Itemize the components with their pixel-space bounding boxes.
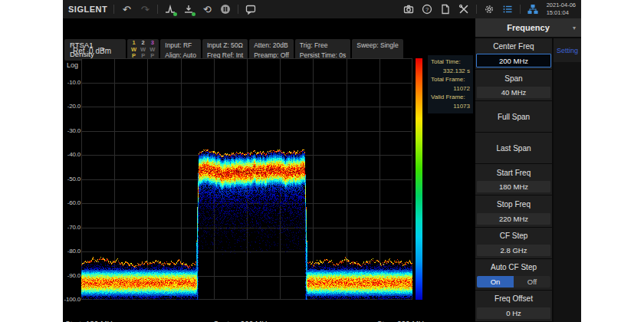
help-icon[interactable]: ? bbox=[421, 3, 433, 15]
auto-tune-icon[interactable] bbox=[164, 3, 176, 15]
separator bbox=[520, 5, 521, 14]
menu-item-value[interactable]: 40 MHz bbox=[477, 87, 550, 98]
message-icon[interactable] bbox=[245, 3, 257, 15]
toggle-on[interactable]: On bbox=[477, 276, 514, 288]
menu-item-span[interactable]: Span40 MHz bbox=[475, 70, 552, 100]
separator bbox=[238, 5, 238, 14]
menu-item-label: CF Step bbox=[475, 228, 552, 245]
info-row: Total Frame:11072 bbox=[431, 75, 470, 93]
menu-item-value[interactable]: 220 MHz bbox=[477, 213, 550, 225]
redo-icon[interactable]: ↷ bbox=[139, 3, 151, 15]
info-label: Total Time: bbox=[431, 58, 470, 67]
menu-item-label: Stop Freq bbox=[475, 196, 552, 212]
density-colorbar bbox=[416, 58, 422, 300]
camera-icon[interactable] bbox=[402, 3, 415, 15]
toolbar-left-icons: ↶↷⟲ bbox=[120, 3, 257, 15]
frequency-menu-panel: Frequency ▾ Center Freq200 MHzSpan40 MHz… bbox=[475, 18, 581, 322]
menu-item-label: Full Span bbox=[475, 101, 552, 132]
info-value: 11072 bbox=[431, 84, 470, 94]
settings-line: Atten: 20dB bbox=[254, 41, 289, 51]
ref-level-label: Ref 0 dBm bbox=[73, 47, 111, 55]
info-row: Total Time:332.132 s bbox=[431, 58, 470, 75]
brand-logo: SIGLENT bbox=[68, 5, 107, 14]
menu-item-auto-cf-step[interactable]: Auto CF StepOnOff bbox=[475, 259, 552, 290]
menu-item-label: Auto CF Step bbox=[475, 259, 552, 276]
time-label: 15:01:04 bbox=[547, 9, 576, 17]
menu-item-cf-step[interactable]: CF Step2.8 GHz bbox=[475, 228, 552, 258]
trace-indicator-1: 1WP bbox=[131, 40, 136, 60]
tab-setting[interactable]: Setting bbox=[554, 38, 581, 62]
auto-cf-step-toggle[interactable]: OnOff bbox=[477, 276, 550, 288]
frame-info-panel: Total Time:332.132 sTotal Frame:11072Val… bbox=[428, 55, 473, 113]
separator bbox=[113, 5, 114, 14]
network-icon[interactable] bbox=[527, 3, 539, 15]
y-tick-label: -70.0 bbox=[61, 224, 80, 231]
chevron-down-icon: ▾ bbox=[573, 25, 576, 31]
menu-item-full-span[interactable]: Full Span bbox=[475, 101, 552, 132]
file-icon[interactable] bbox=[439, 3, 452, 15]
date-label: 2021-04-06 bbox=[547, 2, 576, 9]
screenshot-stage: SIGLENT ↶↷⟲ ? 2021-04-06 15:01:04 RTSA1 … bbox=[0, 0, 644, 322]
save-icon[interactable] bbox=[182, 3, 195, 15]
toolbar-left-group: SIGLENT ↶↷⟲ bbox=[68, 3, 257, 15]
separator bbox=[476, 5, 477, 14]
side-strip: Setting bbox=[554, 38, 581, 322]
footer-left: Start 180 MHz RBW 100.431 kHz bbox=[65, 301, 130, 322]
settings-group-1[interactable]: Input Z: 50ΩFreq Ref: Int bbox=[202, 39, 248, 61]
toolbar-right-icons: ? bbox=[402, 3, 539, 15]
y-tick-label: -30.0 bbox=[61, 127, 80, 134]
toggle-off[interactable]: Off bbox=[514, 276, 550, 288]
info-value: 11073 bbox=[431, 102, 470, 111]
scale-label: Log bbox=[67, 61, 78, 69]
system-gear-icon[interactable] bbox=[483, 3, 495, 15]
footer-center: Center 200 MHz Span 40 MHz bbox=[213, 301, 271, 322]
menu-item-start-freq[interactable]: Start Freq180 MHz bbox=[475, 164, 552, 195]
info-label: Valid Frame: bbox=[431, 93, 470, 102]
tools-icon[interactable] bbox=[458, 3, 470, 15]
toolbar: SIGLENT ↶↷⟲ ? 2021-04-06 15:01:04 bbox=[63, 0, 581, 18]
settings-group-4[interactable]: Sweep: Single bbox=[352, 39, 402, 61]
settings-group-0[interactable]: Input: RFAlign: Auto bbox=[160, 39, 201, 61]
settings-line: Input: RF bbox=[165, 41, 196, 51]
menu-items: Center Freq200 MHzSpan40 MHzFull SpanLas… bbox=[475, 38, 552, 321]
menu-item-label: Last Span bbox=[475, 133, 552, 163]
menu-item-last-span[interactable]: Last Span bbox=[475, 133, 552, 163]
menu-item-value[interactable]: 0 Hz bbox=[477, 307, 550, 319]
toolbar-right-group: ? 2021-04-06 15:01:04 bbox=[402, 2, 576, 17]
y-tick-label: -10.0 bbox=[61, 79, 80, 86]
history-icon[interactable]: ⟲ bbox=[201, 3, 213, 15]
settings-line: Input Z: 50Ω bbox=[207, 41, 243, 51]
settings-line: Trig: Free bbox=[300, 41, 346, 51]
settings-group-3[interactable]: Trig: FreePersist Time: 0s bbox=[295, 39, 350, 61]
y-tick-label: -60.0 bbox=[61, 199, 80, 206]
menu-item-label: Start Freq bbox=[475, 164, 552, 181]
settings-bar: RTSA1 Density ▾ 1WP2WP3WP Input: RFAlign… bbox=[64, 39, 403, 61]
info-label: Total Frame: bbox=[431, 75, 470, 84]
trace-indicator-2: 2WP bbox=[140, 40, 146, 60]
settings-group-2[interactable]: Atten: 20dBPreamp: Off bbox=[249, 39, 294, 61]
y-tick-label: -50.0 bbox=[61, 176, 80, 182]
menu-item-stop-freq[interactable]: Stop Freq220 MHz bbox=[475, 196, 552, 226]
menu-item-value[interactable]: 180 MHz bbox=[477, 181, 550, 192]
y-tick-label: -90.0 bbox=[61, 272, 80, 279]
menu-header[interactable]: Frequency ▾ bbox=[475, 18, 581, 37]
settings-line: Sweep: Single bbox=[356, 41, 398, 51]
menu-item-label: Freq Offset bbox=[475, 291, 552, 307]
undo-icon[interactable]: ↶ bbox=[120, 3, 133, 15]
pause-icon[interactable] bbox=[219, 3, 232, 15]
menu-item-label: Center Freq bbox=[475, 38, 552, 54]
menu-item-value[interactable]: 2.8 GHz bbox=[477, 245, 550, 256]
menu-item-freq-offset[interactable]: Freq Offset0 Hz bbox=[475, 291, 552, 321]
spectrum-density-canvas[interactable] bbox=[81, 58, 412, 300]
info-row: Valid Frame:11073 bbox=[431, 93, 470, 110]
info-value: 332.132 s bbox=[431, 67, 470, 76]
footer-right: Stop 220 MHz Acq Time 30 ms bbox=[371, 301, 428, 322]
menu-item-value[interactable]: 200 MHz bbox=[476, 54, 551, 67]
list-icon[interactable] bbox=[501, 3, 514, 15]
trace-indicator-3: 3WP bbox=[150, 40, 155, 60]
menu-title: Frequency bbox=[507, 23, 550, 32]
spectrum-analyzer-ui: SIGLENT ↶↷⟲ ? 2021-04-06 15:01:04 RTSA1 … bbox=[63, 0, 581, 322]
trace-indicators[interactable]: 1WP2WP3WP bbox=[127, 39, 159, 61]
menu-item-center-freq[interactable]: Center Freq200 MHz bbox=[475, 38, 552, 69]
y-tick-label: -80.0 bbox=[61, 248, 80, 255]
